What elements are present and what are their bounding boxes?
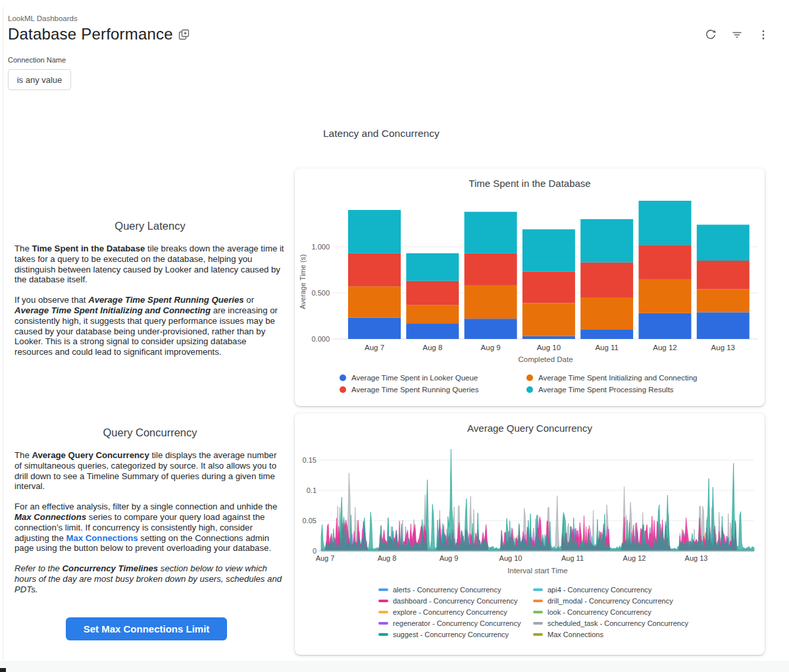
latency-paragraph-2: If you observe that Average Time Spent R…: [14, 295, 286, 357]
bar-segment[interactable]: [406, 253, 459, 281]
legend-item[interactable]: look - Concurrency Concurrency: [533, 608, 651, 616]
legend-item[interactable]: Average Time Spent Initializing and Conn…: [526, 374, 697, 382]
bar-segment[interactable]: [639, 245, 692, 279]
svg-text:0.15: 0.15: [303, 456, 317, 464]
legend-swatch: [533, 622, 543, 625]
page-left-rule: [3, 7, 3, 661]
legend-label: Average Time Spent in Looker Queue: [351, 374, 478, 382]
legend-label: api4 - Concurrency Concurrency: [547, 586, 651, 594]
svg-text:Aug 7: Aug 7: [316, 554, 335, 562]
legend-swatch: [378, 600, 388, 602]
bar-segment[interactable]: [522, 272, 575, 303]
bar-segment[interactable]: [639, 279, 692, 313]
svg-text:Aug 9: Aug 9: [481, 344, 501, 351]
svg-text:1.000: 1.000: [311, 243, 330, 251]
bar-segment[interactable]: [580, 297, 633, 330]
legend-label: dashboard - Concurrency Concurrency: [393, 597, 518, 605]
bar-segment[interactable]: [406, 281, 459, 305]
legend-item[interactable]: Average Time Spent in Looker Queue: [340, 374, 478, 382]
bar-segment[interactable]: [465, 286, 517, 319]
legend-swatch: [378, 588, 388, 591]
svg-text:0.05: 0.05: [303, 517, 317, 525]
svg-text:0.1: 0.1: [307, 486, 317, 494]
bar-segment[interactable]: [522, 303, 575, 336]
max-connections-link[interactable]: Max Connections: [66, 533, 138, 543]
latency-paragraph-1: The Time Spent in the Database tile brea…: [14, 244, 286, 285]
connection-name-filter[interactable]: is any value: [8, 69, 71, 90]
page-title-text: Database Performance: [8, 25, 173, 43]
legend-label: explore - Concurrency Concurrency: [393, 608, 507, 616]
bar-segment[interactable]: [406, 323, 459, 339]
legend-item[interactable]: regenerator - Concurrency Concurrency: [378, 619, 521, 627]
page-title: Database Performance: [8, 25, 190, 43]
svg-text:Aug 10: Aug 10: [499, 554, 522, 562]
legend-item[interactable]: explore - Concurrency Concurrency: [378, 608, 507, 616]
bar-segment[interactable]: [522, 229, 575, 271]
legend-dot: [526, 386, 533, 393]
bar-segment[interactable]: [348, 318, 401, 339]
legend-item[interactable]: Average Time Spent Processing Results: [526, 386, 674, 394]
bar-segment[interactable]: [348, 286, 401, 318]
refresh-icon[interactable]: [703, 28, 718, 42]
query-concurrency-heading: Query Concurrency: [14, 426, 286, 439]
set-max-connections-button[interactable]: Set Max Connections Limit: [66, 617, 227, 640]
svg-text:Aug 10: Aug 10: [537, 344, 561, 351]
bar-segment[interactable]: [348, 253, 401, 286]
legend-swatch: [533, 611, 543, 613]
svg-text:Aug 13: Aug 13: [685, 554, 708, 562]
legend-swatch: [378, 611, 388, 613]
legend-label: Average Time Spent Initializing and Conn…: [538, 374, 697, 382]
tile-average-query-concurrency: Average Query Concurrency 00.050.10.15Au…: [295, 413, 765, 655]
query-latency-block: Query Latency The Time Spent in the Data…: [14, 220, 286, 367]
bar-segment[interactable]: [697, 289, 750, 312]
svg-text:Aug 9: Aug 9: [440, 554, 459, 562]
legend-label: scheduled_task - Concurrency Concurrency: [547, 619, 688, 627]
svg-text:Aug 7: Aug 7: [365, 344, 384, 351]
legend-item[interactable]: alerts - Concurrency Concurrency: [378, 586, 501, 594]
legend-item[interactable]: Average Time Spent Running Queries: [340, 386, 478, 394]
area-series[interactable]: [321, 449, 754, 551]
screen-corner-artifact: [0, 668, 6, 672]
bar-segment[interactable]: [465, 253, 517, 286]
filter-icon[interactable]: [730, 28, 744, 42]
legend-swatch: [378, 622, 388, 625]
svg-text:Aug 11: Aug 11: [595, 344, 619, 351]
legend-swatch: [533, 600, 543, 602]
svg-text:Interval start Time: Interval start Time: [507, 567, 567, 575]
bar-segment[interactable]: [580, 263, 633, 297]
bar-segment[interactable]: [522, 336, 575, 339]
legend-dot: [340, 375, 346, 381]
section-title: Latency and Concurrency: [323, 128, 440, 140]
bar-segment[interactable]: [465, 319, 517, 339]
bar-segment[interactable]: [465, 212, 517, 253]
bar-segment[interactable]: [697, 312, 750, 339]
bar-segment[interactable]: [348, 210, 401, 253]
legend-item[interactable]: drill_modal - Concurrency Concurrency: [533, 597, 673, 605]
legend-label: Average Time Spent Processing Results: [538, 386, 674, 394]
latency-bar-chart[interactable]: 0.0000.5001.000Aug 7Aug 8Aug 9Aug 10Aug …: [295, 168, 765, 366]
more-vert-icon[interactable]: [756, 28, 771, 42]
concurrency-area-chart[interactable]: 00.050.10.15Aug 7Aug 8Aug 9Aug 10Aug 11A…: [295, 413, 765, 579]
query-concurrency-block: Query Concurrency The Average Query Conc…: [14, 426, 286, 605]
svg-text:Aug 8: Aug 8: [422, 344, 442, 351]
bar-segment[interactable]: [580, 219, 633, 263]
svg-text:Average Time (s): Average Time (s): [299, 254, 307, 309]
legend-item[interactable]: suggest - Concurrency Concurrency: [378, 631, 509, 638]
bar-segment[interactable]: [639, 313, 692, 339]
copy-dashboard-icon[interactable]: [178, 29, 190, 40]
legend-item[interactable]: Max Connections: [533, 631, 603, 638]
legend-item[interactable]: api4 - Concurrency Concurrency: [533, 586, 651, 594]
footer-strip: [0, 661, 789, 672]
bar-segment[interactable]: [697, 224, 750, 261]
filter-label: Connection Name: [8, 56, 66, 64]
breadcrumb[interactable]: LookML Dashboards: [8, 14, 78, 22]
bar-segment[interactable]: [697, 261, 750, 289]
legend-dot: [526, 375, 533, 381]
legend-item[interactable]: dashboard - Concurrency Concurrency: [378, 597, 518, 605]
concurrency-paragraph-2: For an effective analysis, filter by a s…: [14, 502, 286, 554]
bar-segment[interactable]: [580, 330, 633, 339]
legend-item[interactable]: scheduled_task - Concurrency Concurrency: [533, 619, 688, 627]
bar-segment[interactable]: [639, 201, 692, 245]
bar-segment[interactable]: [406, 305, 459, 323]
svg-text:0.000: 0.000: [311, 335, 330, 343]
